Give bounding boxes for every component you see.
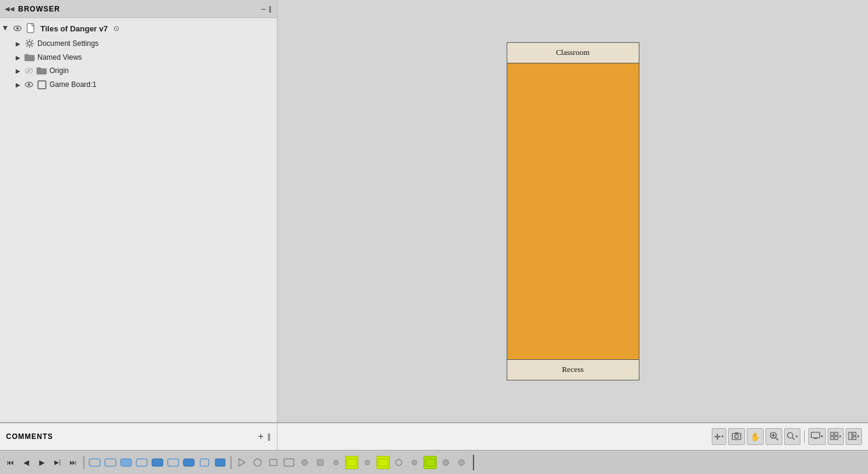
- timeline-shape-10[interactable]: [235, 456, 249, 469]
- timeline-shape-18[interactable]: [361, 456, 374, 469]
- timeline-shape-8[interactable]: [198, 456, 211, 469]
- root-eye-icon[interactable]: [13, 24, 22, 33]
- svg-rect-42: [168, 459, 179, 466]
- hand-tool-btn[interactable]: ✋: [747, 428, 764, 445]
- comments-pause-icon[interactable]: ‖: [267, 432, 271, 441]
- game-board-eye-icon[interactable]: [24, 80, 34, 89]
- svg-point-59: [443, 460, 449, 466]
- timeline-shape-20[interactable]: [392, 456, 405, 469]
- svg-rect-38: [105, 459, 116, 466]
- svg-line-10: [31, 40, 33, 42]
- timeline-shape-15[interactable]: [314, 456, 327, 469]
- svg-rect-45: [215, 459, 225, 466]
- timeline-shape-1[interactable]: [88, 456, 101, 469]
- timeline-shape-17[interactable]: [345, 456, 358, 469]
- timeline-cursor: [473, 455, 474, 470]
- svg-point-50: [302, 460, 308, 466]
- timeline-shape-5[interactable]: [151, 456, 164, 469]
- timeline-shape-14[interactable]: [298, 456, 311, 469]
- tree-item-named-views[interactable]: ▶ Named Views: [0, 51, 277, 64]
- toolbar-separator-1: [804, 431, 805, 443]
- svg-rect-27: [811, 432, 820, 438]
- comments-label: COMMENTS: [6, 432, 53, 441]
- timeline-shape-16[interactable]: [329, 456, 343, 469]
- board-bottom-label: Recess: [507, 359, 639, 380]
- timeline-shape-24[interactable]: [455, 456, 468, 469]
- browser-pause-icon[interactable]: ‖: [268, 5, 272, 13]
- svg-marker-46: [239, 459, 245, 466]
- timeline-shape-2[interactable]: [104, 456, 117, 469]
- comments-panel: COMMENTS + ‖: [0, 423, 277, 450]
- timeline-shape-4[interactable]: [135, 456, 148, 469]
- folder-icon: [24, 53, 35, 62]
- zoom-dropdown-btn[interactable]: ▾: [784, 428, 800, 445]
- timeline-shape-6[interactable]: [166, 456, 180, 469]
- browser-title: BROWSER: [18, 5, 60, 13]
- svg-rect-20: [735, 432, 738, 434]
- browser-minus-icon[interactable]: −: [261, 4, 266, 14]
- comments-add-icon[interactable]: +: [258, 431, 264, 442]
- origin-expand[interactable]: ▶: [14, 67, 22, 74]
- timeline-shape-11[interactable]: [251, 456, 264, 469]
- svg-rect-49: [284, 459, 294, 466]
- zoom-in-icon: [769, 431, 779, 443]
- svg-rect-48: [270, 460, 277, 466]
- named-views-expand[interactable]: ▶: [14, 54, 22, 61]
- svg-point-19: [735, 435, 738, 438]
- tree-root-item[interactable]: ▶ Tiles of Danger v7 ⊙: [0, 21, 277, 36]
- root-target-icon[interactable]: ⊙: [113, 24, 119, 33]
- layout-tool-btn[interactable]: ▾: [846, 428, 862, 445]
- skip-to-start-btn[interactable]: ⏮: [4, 456, 17, 469]
- root-item-label: Tiles of Danger v7: [40, 24, 108, 33]
- play-btn[interactable]: ▶: [35, 456, 48, 469]
- timeline-shape-19[interactable]: [376, 456, 390, 469]
- doc-settings-label: Document Settings: [37, 39, 98, 48]
- tree-item-origin[interactable]: ▶ Origin: [0, 64, 277, 77]
- screen-tool-btn[interactable]: ▾: [808, 428, 826, 445]
- timeline-shape-21[interactable]: [408, 456, 421, 469]
- screen-dropdown-arrow: ▾: [821, 434, 823, 439]
- board-top-label: Classroom: [507, 43, 639, 63]
- zoom-in-btn[interactable]: [765, 428, 782, 445]
- timeline-shape-7[interactable]: [182, 456, 195, 469]
- timeline-bar: ⏮ ◀ ▶ ▶| ⏭: [0, 450, 868, 474]
- svg-rect-41: [152, 459, 163, 466]
- game-board-expand[interactable]: ▶: [14, 81, 22, 88]
- svg-point-25: [788, 432, 793, 438]
- doc-settings-expand[interactable]: ▶: [14, 40, 22, 47]
- timeline-shape-3[interactable]: [119, 456, 133, 469]
- skip-to-end-btn[interactable]: ⏭: [66, 456, 80, 469]
- timeline-shape-9[interactable]: [214, 456, 227, 469]
- timeline-divider-2: [230, 456, 232, 469]
- browser-tree: ▶ Tiles of Danger v7 ⊙: [0, 18, 277, 422]
- move-icon: ✛: [714, 432, 721, 441]
- layout-icon: [848, 432, 857, 442]
- timeline-shape-12[interactable]: [267, 456, 280, 469]
- grid-tool-btn[interactable]: ▾: [828, 428, 844, 445]
- move-tool-btn[interactable]: ✛ ▾: [712, 428, 726, 445]
- svg-rect-31: [835, 432, 838, 435]
- svg-rect-44: [200, 459, 209, 466]
- origin-eye-icon[interactable]: [24, 66, 34, 75]
- tree-item-document-settings[interactable]: ▶: [0, 36, 277, 51]
- step-forward-btn[interactable]: ▶|: [51, 456, 64, 469]
- root-expand-arrow[interactable]: ▶: [2, 25, 10, 32]
- svg-line-8: [27, 40, 28, 42]
- timeline-shape-22[interactable]: [423, 456, 437, 469]
- camera-icon: [732, 432, 741, 442]
- svg-rect-36: [853, 437, 856, 440]
- game-board-shape[interactable]: Classroom Recess: [507, 42, 639, 380]
- browser-header: ◀◀ BROWSER − ‖: [0, 0, 277, 18]
- bottom-panel-row: COMMENTS + ‖ ✛ ▾ ✋: [0, 422, 868, 450]
- view-toolbar: ✛ ▾ ✋: [277, 423, 868, 450]
- collapse-browser-icon[interactable]: ◀◀: [5, 5, 14, 12]
- origin-label: Origin: [49, 66, 69, 75]
- timeline-shape-23[interactable]: [439, 456, 452, 469]
- svg-point-56: [396, 460, 402, 466]
- tree-item-game-board[interactable]: ▶ Game Board:1: [0, 77, 277, 92]
- grid-dropdown-arrow: ▾: [839, 434, 841, 439]
- comments-controls: + ‖: [258, 431, 271, 442]
- step-back-btn[interactable]: ◀: [19, 456, 33, 469]
- camera-tool-btn[interactable]: [728, 428, 745, 445]
- timeline-shape-13[interactable]: [282, 456, 296, 469]
